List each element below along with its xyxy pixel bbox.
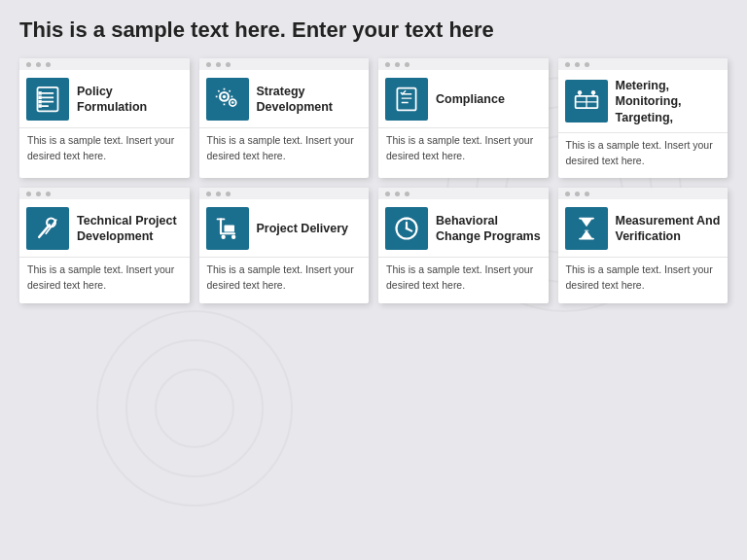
cards-grid: Policy Formulation This is a sample text…: [19, 58, 728, 303]
card-top-dots: [558, 58, 729, 70]
svg-point-32: [577, 90, 581, 94]
page-container: This is a sample text here. Enter your t…: [0, 0, 747, 315]
svg-point-5: [156, 369, 233, 447]
measurement-title: Measurement And Verification: [616, 213, 722, 245]
hourglass-icon: [573, 215, 600, 242]
card-behavioral: Behavioral Change Programs This is a sam…: [378, 188, 549, 303]
technical-body: This is a sample text. Insert your desir…: [19, 257, 190, 303]
checklist-icon: [34, 86, 61, 113]
svg-point-42: [221, 235, 225, 239]
card-project-delivery: Project Delivery This is a sample text. …: [199, 188, 370, 303]
card-measurement: Measurement And Verification This is a s…: [558, 188, 729, 303]
svg-rect-12: [38, 96, 42, 100]
technical-title: Technical Project Development: [77, 213, 183, 245]
measurement-icon-box: [565, 207, 608, 250]
behavioral-icon-box: [385, 207, 428, 250]
svg-point-16: [222, 95, 226, 99]
delivery-icon-box: [206, 207, 249, 250]
card-policy-formulation: Policy Formulation This is a sample text…: [19, 58, 190, 178]
svg-line-24: [229, 90, 230, 91]
behavioral-title: Behavioral Change Programs: [436, 213, 542, 245]
svg-line-23: [218, 90, 219, 91]
strategy-title: Strategy Development: [257, 84, 363, 116]
compliance-icon-box: [385, 78, 428, 121]
card-header: Technical Project Development: [19, 199, 190, 257]
clock-icon: [393, 215, 420, 242]
card-top-dots: [378, 58, 549, 70]
metering-title: Metering, Monitoring, Targeting,: [616, 78, 722, 125]
gears-icon: [214, 86, 241, 113]
card-top-dots: [378, 188, 549, 199]
compliance-title: Compliance: [436, 91, 505, 107]
svg-point-18: [231, 101, 233, 104]
tools-icon: [34, 215, 61, 242]
card-strategy-development: Strategy Development This is a sample te…: [199, 58, 370, 178]
svg-point-55: [584, 230, 588, 232]
metering-body: This is a sample text. Insert your desir…: [558, 132, 729, 179]
main-title: This is a sample text here. Enter your t…: [19, 18, 728, 43]
svg-rect-25: [397, 88, 415, 111]
card-top-dots: [199, 188, 370, 199]
svg-point-48: [406, 228, 409, 230]
delivery-body: This is a sample text. Insert your desir…: [199, 257, 370, 303]
meeting-icon: [573, 88, 600, 115]
svg-rect-14: [38, 104, 42, 108]
card-technical-project: Technical Project Development This is a …: [19, 188, 190, 303]
svg-point-43: [231, 235, 234, 239]
measurement-body: This is a sample text. Insert your desir…: [558, 257, 729, 303]
card-header: Project Delivery: [199, 199, 370, 257]
card-top-dots: [19, 58, 190, 70]
svg-rect-11: [38, 91, 42, 95]
policy-body: This is a sample text. Insert your desir…: [19, 127, 190, 174]
card-top-dots: [558, 188, 729, 199]
card-header: Metering, Monitoring, Targeting,: [558, 70, 729, 132]
card-metering: Metering, Monitoring, Targeting, This is…: [558, 58, 729, 178]
card-top-dots: [199, 58, 370, 70]
svg-rect-41: [224, 226, 234, 232]
card-header: Behavioral Change Programs: [378, 199, 549, 257]
policy-title: Policy Formulation: [77, 84, 183, 116]
policy-icon-box: [26, 78, 69, 121]
card-header: Strategy Development: [199, 70, 370, 127]
strategy-body: This is a sample text. Insert your desir…: [199, 127, 370, 174]
metering-icon-box: [565, 80, 608, 122]
card-top-dots: [19, 188, 190, 199]
card-header: Compliance: [378, 70, 549, 127]
delivery-icon: [214, 215, 241, 242]
card-header: Measurement And Verification: [558, 199, 729, 257]
svg-point-3: [97, 311, 292, 506]
card-header: Policy Formulation: [19, 70, 190, 127]
compliance-body: This is a sample text. Insert your desir…: [378, 127, 549, 174]
compliance-icon: [393, 86, 420, 113]
svg-point-33: [590, 90, 594, 94]
card-compliance: Compliance This is a sample text. Insert…: [378, 58, 549, 178]
technical-icon-box: [26, 207, 69, 250]
delivery-title: Project Delivery: [257, 221, 349, 236]
behavioral-body: This is a sample text. Insert your desir…: [378, 257, 549, 303]
svg-rect-13: [38, 100, 42, 104]
svg-point-4: [126, 340, 263, 476]
strategy-icon-box: [206, 78, 249, 121]
